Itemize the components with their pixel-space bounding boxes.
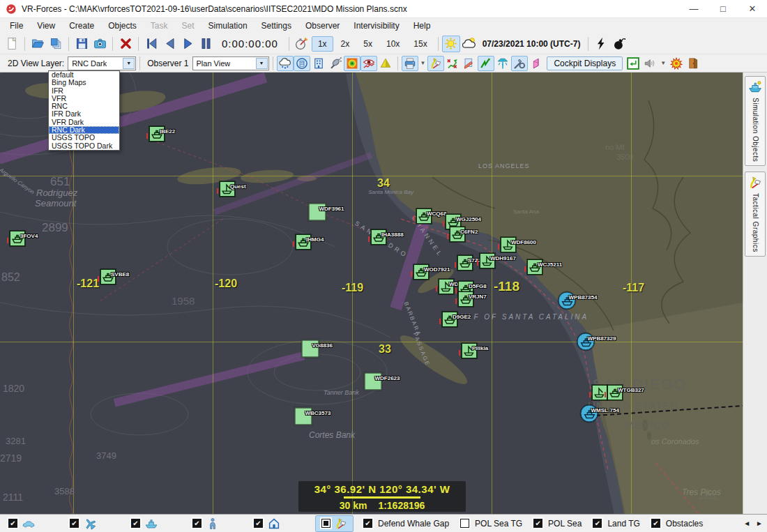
exit-door-button[interactable] xyxy=(685,56,701,71)
simulation-tools-button[interactable] xyxy=(511,56,528,71)
map-unit-ibe22[interactable]: IBE22 xyxy=(157,134,172,149)
map-unit-wod7921[interactable]: WOD7921 xyxy=(421,272,436,287)
audio-volume-button[interactable] xyxy=(641,56,658,71)
step-back-button[interactable] xyxy=(160,36,179,52)
minimize-button[interactable]: — xyxy=(679,0,708,17)
map-unit-vg8836[interactable]: VG8836 xyxy=(310,349,328,366)
menu-intervisibility[interactable]: Intervisibility xyxy=(347,20,406,32)
map-unit-wcq68[interactable]: WCQ68 xyxy=(424,216,439,231)
scroll-right-icon[interactable]: ► xyxy=(756,519,763,527)
map-unit-quest[interactable]: Quest xyxy=(227,189,243,204)
map-unit-vrjn7[interactable]: VRJN7 xyxy=(466,299,481,314)
speed-2x[interactable]: 2x xyxy=(335,36,356,52)
map-unit-svbe8[interactable]: SVBE8 xyxy=(108,277,123,292)
play-button[interactable] xyxy=(179,36,197,52)
route-editor-button[interactable] xyxy=(444,56,461,71)
show-buildings-checkbox[interactable]: ✔ xyxy=(254,519,263,528)
menu-create[interactable]: Create xyxy=(62,20,101,32)
map-unit-pilikia[interactable]: Pilikia xyxy=(469,351,485,366)
open-recent-button[interactable] xyxy=(47,36,65,52)
return-view-button[interactable] xyxy=(625,56,641,71)
speed-10x[interactable]: 10x xyxy=(380,36,406,52)
pol-sea-tg-checkbox[interactable] xyxy=(460,519,469,528)
detonation-button[interactable] xyxy=(610,36,628,52)
menu-objects[interactable]: Objects xyxy=(101,20,144,32)
comms-antenna-button[interactable] xyxy=(494,56,511,71)
buildings-overlay-button[interactable] xyxy=(310,56,327,71)
land-tg-checkbox[interactable]: ✔ xyxy=(593,519,602,528)
map-unit-iha3888[interactable]: IHA3888 xyxy=(379,237,394,252)
menu-file[interactable]: File xyxy=(3,20,30,32)
map-unit-c6fn2[interactable]: C6FN2 xyxy=(457,234,473,250)
cockpit-displays-button[interactable]: Cockpit Displays xyxy=(547,56,623,70)
intervisibility-display-button[interactable] xyxy=(360,56,377,71)
layer-combo[interactable]: RNC Dark▼ xyxy=(68,56,136,70)
audio-volume-dropdown-arrow-icon[interactable]: ▼ xyxy=(658,60,668,66)
sensor-coverage-button[interactable] xyxy=(327,56,344,71)
environment-sun-button[interactable] xyxy=(442,36,460,52)
rewind-to-start-button[interactable] xyxy=(142,36,160,52)
show-lifeforms-checkbox[interactable]: ✔ xyxy=(192,519,202,528)
map-unit-wpb87329[interactable]: WPB87329 xyxy=(586,342,603,359)
show-aircraft-checkbox[interactable]: ✔ xyxy=(70,519,79,528)
speed-1x[interactable]: 1x xyxy=(312,36,333,52)
map-unit-wbc3573[interactable]: WBC3573 xyxy=(303,416,321,434)
maximize-button[interactable]: □ xyxy=(708,0,738,17)
snapshot-button[interactable] xyxy=(91,36,109,52)
show-ships-checkbox[interactable]: ✔ xyxy=(131,519,140,528)
map-unit-wcj5211[interactable]: WCJ5211 xyxy=(535,267,550,282)
speed-5x[interactable]: 5x xyxy=(357,36,379,52)
menu-simulation[interactable]: Simulation xyxy=(202,20,255,32)
pause-button[interactable] xyxy=(197,36,215,52)
speed-15x[interactable]: 15x xyxy=(407,36,433,52)
layer-option-usgs-topo-dark[interactable]: USGS TOPO Dark xyxy=(49,142,119,150)
menu-set[interactable]: Set xyxy=(175,20,202,32)
plan-editor-button[interactable] xyxy=(461,56,478,71)
save-scenario-button[interactable] xyxy=(73,36,91,52)
lightning-overlay-button[interactable] xyxy=(478,56,494,71)
urban-area-circle-button[interactable] xyxy=(294,56,310,71)
defend-whale-gap-checkbox[interactable]: ✔ xyxy=(363,519,372,528)
menu-settings[interactable]: Settings xyxy=(255,20,298,32)
observer-combo-arrow-icon[interactable]: ▼ xyxy=(256,58,268,69)
tactical-graphics-tool-button[interactable] xyxy=(427,56,444,71)
scroll-left-icon[interactable]: ◄ xyxy=(743,519,750,527)
weather-overlay-button[interactable] xyxy=(277,56,294,71)
layer-option-usgs-topo[interactable]: USGS TOPO xyxy=(49,134,119,142)
layer-option-bing-maps[interactable]: Bing Maps xyxy=(49,79,119,86)
open-scenario-button[interactable] xyxy=(29,36,47,52)
sidebar-tab-simulation-objects[interactable]: Simulation Objects xyxy=(745,76,766,166)
obstacles-checkbox[interactable]: ✔ xyxy=(651,519,660,528)
lightning-effects-button[interactable] xyxy=(592,36,610,52)
heatmap-overlay-button[interactable] xyxy=(344,56,360,71)
map-unit-wmsl-754[interactable]: WMSL-754 xyxy=(589,413,607,431)
new-scenario-button[interactable] xyxy=(3,36,21,52)
menu-task[interactable]: Task xyxy=(144,20,175,32)
menu-view[interactable]: View xyxy=(30,20,62,32)
map-unit-ihmg4[interactable]: IHMG4 xyxy=(303,242,319,257)
observer-view-combo[interactable]: Plan View▼ xyxy=(192,56,269,70)
explosion-effects-button[interactable] xyxy=(668,56,685,71)
map-unit-wdf3961[interactable]: WDF3961 xyxy=(317,212,335,229)
print-map-button[interactable] xyxy=(402,56,418,71)
prism-marker-button[interactable] xyxy=(528,56,545,71)
map-unit-wtgb327[interactable]: WTGB327 xyxy=(615,393,630,408)
terrain-marker-button[interactable] xyxy=(377,56,394,71)
print-map-dropdown-arrow-icon[interactable]: ▼ xyxy=(418,60,428,66)
map-unit-wdh9167[interactable]: WDH9167 xyxy=(487,261,503,276)
map-unit-d9ge2[interactable]: D9GE2 xyxy=(450,319,465,335)
environment-clouds-button[interactable] xyxy=(460,36,478,52)
show-tactical-graphics-checkbox[interactable] xyxy=(321,519,331,528)
map-unit-wdf2623[interactable]: WDF2623 xyxy=(373,381,390,399)
pol-sea-checkbox[interactable]: ✔ xyxy=(533,519,542,528)
delete-button[interactable] xyxy=(116,36,135,52)
sidebar-tab-tactical-graphics[interactable]: Tactical Graphics xyxy=(745,172,766,257)
simulation-clock-button[interactable] xyxy=(293,36,311,52)
menu-help[interactable]: Help xyxy=(407,20,438,32)
map-unit-3fov4[interactable]: 3FOV4 xyxy=(17,238,33,254)
close-button[interactable]: ✕ xyxy=(738,0,767,17)
menu-observer[interactable]: Observer xyxy=(298,20,347,32)
layer-combo-arrow-icon[interactable]: ▼ xyxy=(123,58,135,69)
map-unit-wpb87354[interactable]: WPB87354 xyxy=(567,301,584,318)
show-ground-vehicles-checkbox[interactable]: ✔ xyxy=(8,519,17,528)
